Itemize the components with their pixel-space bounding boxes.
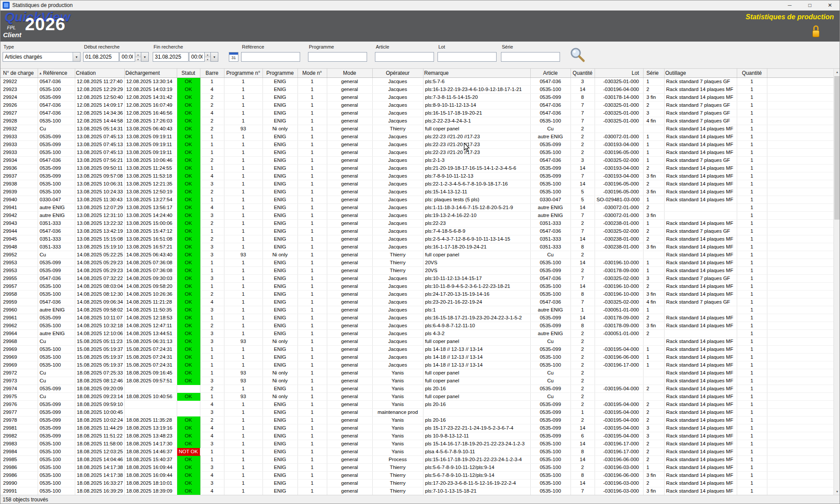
table-row[interactable]: 29932Cu13.08.2025 05:14:3113.08.2025 06:…: [0, 125, 833, 133]
table-row[interactable]: 29941autre ENIG13.08.2025 12:07:2913.08.…: [0, 203, 833, 211]
table-row[interactable]: 29960autre ENIG14.08.2025 09:58:0214.08.…: [0, 306, 833, 314]
type-dropdown[interactable]: Articles chargés ▼: [3, 52, 80, 62]
table-row[interactable]: 299740535-09918.08.2025 09:20:0921ENIG1g…: [0, 385, 833, 392]
table-row[interactable]: 299390535-10013.08.2025 10:24:3313.08.20…: [0, 188, 833, 196]
column-header-quantite[interactable]: Quantité: [570, 69, 595, 77]
start-date-input[interactable]: [83, 52, 119, 62]
table-row[interactable]: 299780535-09918.08.2025 10:02:2418.08.20…: [0, 416, 833, 424]
reference-input[interactable]: [241, 52, 300, 62]
table-row[interactable]: 29968Cu15.08.2025 05:11:2315.08.2025 06:…: [0, 337, 833, 345]
table-row[interactable]: 299690535-10015.08.2025 05:19:3715.08.20…: [0, 345, 833, 353]
table-row[interactable]: 299610535-09914.08.2025 10:11:0714.08.20…: [0, 314, 833, 322]
table-row[interactable]: 299450351-33313.08.2025 15:15:0813.08.20…: [0, 235, 833, 243]
column-header-statut[interactable]: Statut: [177, 69, 200, 77]
column-header-charge[interactable]: N° de charge: [0, 69, 38, 77]
lot-input[interactable]: [438, 52, 497, 62]
table-row[interactable]: 299810535-09918.08.2025 11:44:2918.08.20…: [0, 424, 833, 432]
table-row[interactable]: 299260547-03612.08.2025 14:09:1712.08.20…: [0, 101, 833, 109]
table-row[interactable]: 299770535-09918.08.2025 10:00:4531ENIG1g…: [0, 408, 833, 416]
maximize-button[interactable]: □: [800, 0, 820, 10]
table-row[interactable]: 299240535-09912.08.2025 12:50:4012.08.20…: [0, 93, 833, 101]
column-header-creation[interactable]: Création: [75, 69, 124, 77]
table-row[interactable]: 299330535-10013.08.2025 07:45:1313.08.20…: [0, 148, 833, 156]
scroll-up-icon[interactable]: ▲: [834, 69, 840, 75]
table-row[interactable]: 29964autre ENIG14.08.2025 12:10:0614.08.…: [0, 329, 833, 337]
table-row[interactable]: 299820535-09918.08.2025 11:51:2218.08.20…: [0, 432, 833, 440]
table-row[interactable]: 299860535-10018.08.2025 14:17:3818.08.20…: [0, 471, 833, 479]
table-row[interactable]: 299590547-03614.08.2025 09:06:3414.08.20…: [0, 298, 833, 306]
table-row[interactable]: 299230535-10012.08.2025 12:29:2912.08.20…: [0, 85, 833, 93]
column-header-programme[interactable]: Programme: [262, 69, 298, 77]
chevron-down-icon[interactable]: ▼: [73, 52, 80, 61]
end-date-dropdown-button[interactable]: ▼: [211, 52, 218, 62]
table-row[interactable]: 299760535-09918.08.2025 09:59:1041ENIG1g…: [0, 400, 833, 408]
table-row[interactable]: 299850535-10018.08.2025 14:04:4618.08.20…: [0, 455, 833, 463]
column-header-mode_no[interactable]: Mode n°: [298, 69, 327, 77]
table-row[interactable]: 299360535-09913.08.2025 09:50:1113.08.20…: [0, 164, 833, 172]
start-time-input[interactable]: [119, 52, 135, 62]
scroll-down-icon[interactable]: ▼: [834, 488, 840, 495]
table-row[interactable]: 299570535-10014.08.2025 08:03:0414.08.20…: [0, 282, 833, 290]
table-row[interactable]: 29942autre ENIG13.08.2025 12:31:1013.08.…: [0, 211, 833, 219]
table-row[interactable]: 299380535-10013.08.2025 10:06:3113.08.20…: [0, 180, 833, 188]
column-header-lot[interactable]: Lot: [595, 69, 643, 77]
close-button[interactable]: ✕: [820, 0, 840, 10]
table-row[interactable]: 299550547-03614.08.2025 07:32:2214.08.20…: [0, 274, 833, 282]
programme-input[interactable]: [308, 52, 367, 62]
column-header-article[interactable]: Article: [530, 69, 570, 77]
article-input[interactable]: [375, 52, 434, 62]
table-row[interactable]: 299370535-09913.08.2025 09:57:0813.08.20…: [0, 172, 833, 180]
column-header-reference[interactable]: ▲Référence: [38, 69, 75, 77]
table-row[interactable]: 299220547-03612.08.2025 11:27:4012.08.20…: [0, 77, 833, 85]
spinner-up-icon[interactable]: ▲: [135, 52, 141, 57]
column-header-mode[interactable]: Mode: [327, 69, 372, 77]
cell-serie: 2: [643, 164, 664, 172]
table-row[interactable]: 299270547-03612.08.2025 14:34:3612.08.20…: [0, 109, 833, 117]
table-row[interactable]: 299440547-03613.08.2025 13:42:1913.08.20…: [0, 227, 833, 235]
vertical-scrollbar[interactable]: ▲ ▼: [833, 69, 840, 495]
column-header-dechargement[interactable]: Déchargement: [124, 69, 177, 77]
table-row[interactable]: 299620535-10014.08.2025 10:32:1814.08.20…: [0, 322, 833, 329]
column-header-barre[interactable]: Barre: [200, 69, 224, 77]
table-row[interactable]: 299840535-10018.08.2025 12:03:2518.08.20…: [0, 448, 833, 455]
table-row[interactable]: 299430351-33313.08.2025 13:22:3213.08.20…: [0, 219, 833, 227]
column-header-outillage[interactable]: Outillage: [664, 69, 737, 77]
table-row[interactable]: 299330535-09913.08.2025 07:45:1313.08.20…: [0, 133, 833, 140]
table-row[interactable]: 299530535-09914.08.2025 05:29:2314.08.20…: [0, 266, 833, 274]
table-row[interactable]: 299900535-10018.08.2025 16:33:2718.08.20…: [0, 479, 833, 487]
column-header-operateur[interactable]: Opérateur: [372, 69, 423, 77]
table-row[interactable]: 299690535-10015.08.2025 05:19:3715.08.20…: [0, 361, 833, 369]
minimize-button[interactable]: ─: [780, 0, 800, 10]
table-row[interactable]: 299480351-33313.08.2025 15:19:1013.08.20…: [0, 243, 833, 251]
scrollbar-thumb[interactable]: [834, 76, 840, 220]
spinner-up-icon[interactable]: ▲: [205, 52, 210, 57]
table-row[interactable]: 29972Cu18.08.2025 07:25:3318.08.2025 09:…: [0, 369, 833, 377]
column-header-quantite2[interactable]: Quantité: [737, 69, 767, 77]
table-row[interactable]: 29975Cu18.08.2025 09:23:1418.08.2025 10:…: [0, 392, 833, 400]
table-row[interactable]: 29952Cu14.08.2025 05:22:2514.08.2025 06:…: [0, 251, 833, 259]
serie-input[interactable]: [501, 52, 560, 62]
table-row[interactable]: 299400330-04713.08.2025 11:30:4313.08.20…: [0, 196, 833, 203]
end-time-spinner[interactable]: ▲ ▼: [205, 52, 211, 62]
table-row[interactable]: 299340547-03613.08.2025 07:56:2113.08.20…: [0, 156, 833, 164]
table-row[interactable]: 299330535-09913.08.2025 07:45:1313.08.20…: [0, 140, 833, 148]
column-header-remarque[interactable]: Remarque: [423, 69, 530, 77]
end-time-input[interactable]: [189, 52, 205, 62]
spinner-down-icon[interactable]: ▼: [135, 57, 141, 62]
column-header-serie[interactable]: Série: [643, 69, 664, 77]
table-row[interactable]: 299910535-10018.08.2025 16:39:2918.08.20…: [0, 487, 833, 495]
table-row[interactable]: 299830535-10018.08.2025 11:58:0018.08.20…: [0, 440, 833, 448]
column-header-programme_no[interactable]: Programme n°: [224, 69, 262, 77]
spinner-down-icon[interactable]: ▼: [205, 57, 210, 62]
table-row[interactable]: 299690535-10015.08.2025 05:19:3715.08.20…: [0, 353, 833, 361]
table-row[interactable]: 299530535-09914.08.2025 05:29:2314.08.20…: [0, 259, 833, 266]
search-button[interactable]: [569, 47, 586, 63]
table-row[interactable]: 299860535-10018.08.2025 14:17:3818.08.20…: [0, 463, 833, 471]
table-row[interactable]: 29973Cu18.08.2025 08:12:4618.08.2025 09:…: [0, 377, 833, 385]
table-row[interactable]: 299580535-10014.08.2025 08:12:3014.08.20…: [0, 290, 833, 298]
end-date-input[interactable]: [153, 52, 189, 62]
table-row[interactable]: 299280535-10012.08.2025 14:44:5812.08.20…: [0, 117, 833, 125]
calendar-button[interactable]: 31: [229, 52, 238, 62]
start-date-dropdown-button[interactable]: ▼: [141, 52, 149, 62]
start-time-spinner[interactable]: ▲ ▼: [135, 52, 141, 62]
